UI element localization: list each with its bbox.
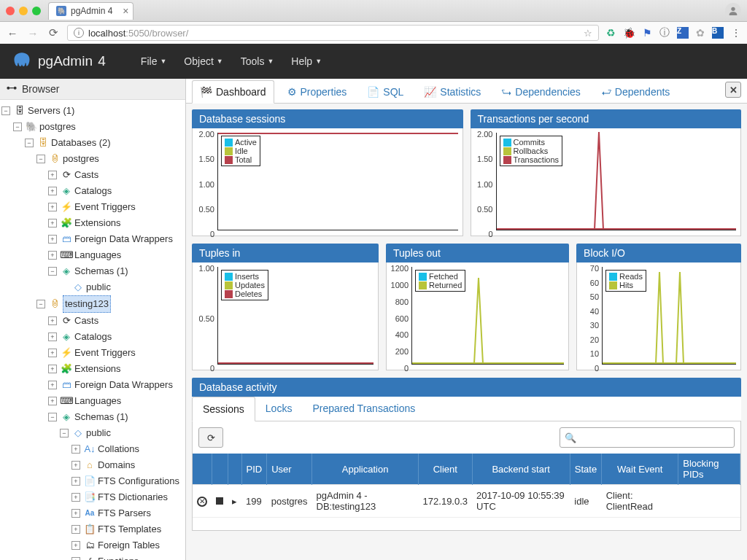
app-logo[interactable]: pgAdmin 4 (12, 51, 106, 71)
tree-toggle[interactable]: + (48, 187, 57, 195)
tree-casts[interactable]: Casts (74, 167, 98, 183)
stop-session-icon[interactable] (216, 497, 223, 505)
activity-search-input[interactable]: 🔍 (560, 427, 735, 448)
tree-toggle[interactable]: + (48, 203, 57, 211)
tree-collations[interactable]: Collations (98, 441, 139, 457)
tree-functions[interactable]: Functions (98, 553, 139, 560)
tree-fdw-2[interactable]: Foreign Data Wrappers (74, 377, 173, 393)
tab-dependents[interactable]: ⮐Dependents (594, 81, 678, 103)
tree-toggle[interactable]: + (48, 365, 57, 373)
tree-event-triggers-2[interactable]: Event Triggers (74, 345, 136, 361)
close-window-icon[interactable] (6, 7, 15, 15)
tree-toggle[interactable]: − (36, 300, 45, 308)
browser-tab[interactable]: 🐘 pgAdmin 4 × (48, 2, 133, 20)
tree-toggle[interactable]: − (25, 139, 34, 147)
tree-toggle[interactable]: + (71, 493, 80, 502)
bookmark-star-icon[interactable]: ☆ (584, 28, 592, 39)
col-backend-start[interactable]: Backend start (472, 454, 570, 485)
tree-schemas-2[interactable]: Schemas (1) (74, 409, 128, 425)
col-state[interactable]: State (570, 454, 601, 485)
activity-row[interactable]: ✕ ▸ 199 postgres pgAdmin 4 - DB:testing1… (193, 485, 740, 518)
tree-toggle[interactable]: − (48, 267, 57, 276)
tree-toggle[interactable]: + (48, 397, 57, 405)
tree-casts-2[interactable]: Casts (74, 313, 98, 329)
tree-toggle[interactable]: + (48, 171, 57, 179)
tree-languages[interactable]: Languages (74, 247, 121, 263)
tree-toggle[interactable]: + (48, 251, 57, 260)
tree-fts-conf[interactable]: FTS Configurations (98, 473, 179, 489)
menu-object[interactable]: Object▼ (184, 55, 222, 67)
chrome-menu-icon[interactable]: ⋮ (731, 27, 741, 39)
tree-toggle[interactable]: + (48, 235, 57, 244)
tree-toggle[interactable]: + (48, 219, 57, 228)
tree-catalogs-2[interactable]: Catalogs (74, 329, 112, 345)
tree-toggle[interactable]: + (48, 332, 57, 341)
maximize-window-icon[interactable] (32, 7, 41, 15)
tab-dependencies[interactable]: ⮑Dependencies (494, 81, 588, 103)
col-user[interactable]: User (267, 454, 312, 485)
cancel-session-icon[interactable]: ✕ (197, 497, 207, 507)
expand-row-icon[interactable]: ▸ (232, 496, 237, 507)
back-button-icon[interactable]: ← (6, 27, 19, 39)
tree-toggle[interactable]: + (71, 509, 80, 518)
tree-schemas[interactable]: Schemas (1) (74, 263, 128, 279)
activity-tab-locks[interactable]: Locks (255, 397, 303, 421)
tree-toggle[interactable]: − (60, 429, 69, 438)
tree-toggle[interactable]: + (71, 557, 80, 560)
tree-event-triggers[interactable]: Event Triggers (74, 199, 136, 215)
tree-schema-public[interactable]: public (86, 279, 111, 295)
tree-db-testing[interactable]: testing123 (63, 295, 111, 313)
tree-languages-2[interactable]: Languages (74, 393, 121, 409)
tree-toggle[interactable]: + (48, 381, 57, 389)
extension-z-icon[interactable]: Z (677, 27, 689, 39)
col-client[interactable]: Client (419, 454, 472, 485)
activity-tab-sessions[interactable]: Sessions (192, 397, 255, 421)
tab-dashboard[interactable]: 🏁Dashboard (192, 80, 274, 104)
extension-info-icon[interactable]: ⓘ (659, 26, 670, 39)
tree-toggle[interactable]: − (13, 122, 22, 131)
minimize-window-icon[interactable] (19, 7, 28, 15)
tree-catalogs[interactable]: Catalogs (74, 183, 112, 199)
extension-b-icon[interactable]: B (712, 27, 724, 39)
tree-toggle[interactable]: − (48, 413, 57, 421)
tree-toggle[interactable]: + (71, 525, 80, 534)
tab-close-icon[interactable]: × (123, 5, 128, 17)
col-pid[interactable]: PID (241, 454, 267, 485)
tree-toggle[interactable]: + (71, 445, 80, 454)
site-info-icon[interactable]: i (74, 28, 84, 38)
tree-toggle[interactable]: + (71, 461, 80, 470)
tree-fts-dict[interactable]: FTS Dictionaries (98, 489, 168, 505)
activity-tab-prepared[interactable]: Prepared Transactions (302, 397, 425, 421)
col-application[interactable]: Application (312, 454, 419, 485)
tree-foreign-tables[interactable]: Foreign Tables (98, 537, 160, 553)
reload-button-icon[interactable]: ⟳ (47, 26, 60, 39)
tree-fdw[interactable]: Foreign Data Wrappers (74, 231, 173, 247)
tree-fts-templates[interactable]: FTS Templates (98, 521, 161, 537)
col-blocking[interactable]: Blocking PIDs (678, 454, 740, 485)
col-wait[interactable]: Wait Event (602, 454, 678, 485)
tree-domains[interactable]: Domains (98, 457, 135, 473)
address-bar[interactable]: i localhost:5050/browser/ ☆ (67, 25, 599, 41)
tree-toggle[interactable]: − (36, 155, 45, 163)
tree-fts-parsers[interactable]: FTS Parsers (98, 505, 151, 521)
tree-databases[interactable]: Databases (2) (51, 135, 111, 151)
tree-db-postgres[interactable]: postgres (63, 151, 99, 167)
tree-server-postgres[interactable]: postgres (39, 119, 76, 135)
tree-servers[interactable]: Servers (1) (28, 103, 74, 119)
menu-help[interactable]: Help▼ (291, 55, 322, 67)
refresh-button[interactable]: ⟳ (198, 427, 223, 448)
menu-tools[interactable]: Tools▼ (241, 55, 274, 67)
tree-toggle[interactable]: − (1, 106, 10, 115)
extension-recycle-icon[interactable]: ♻ (606, 27, 616, 39)
menu-file[interactable]: File▼ (141, 55, 166, 67)
extension-flag-icon[interactable]: ⚑ (643, 27, 652, 39)
chrome-profile-avatar-icon[interactable] (725, 3, 741, 19)
extension-paw-icon[interactable]: ✿ (696, 27, 705, 39)
tab-properties[interactable]: ⚙Properties (280, 81, 355, 103)
tab-sql[interactable]: 📄SQL (360, 81, 411, 103)
extension-bug-icon[interactable]: 🐞 (623, 27, 635, 39)
tree-toggle[interactable]: + (48, 316, 57, 325)
tree-toggle[interactable]: + (48, 349, 57, 357)
tree-extensions-2[interactable]: Extensions (74, 361, 121, 377)
close-panel-button[interactable]: ✕ (725, 82, 741, 98)
